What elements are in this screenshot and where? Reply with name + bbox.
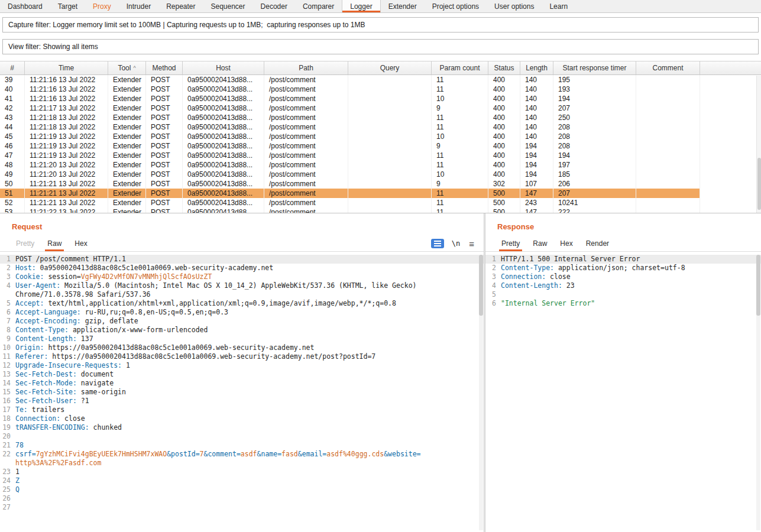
main-tab-dashboard[interactable]: Dashboard [0, 0, 50, 12]
cell-host: 0a9500020413d88... [183, 170, 264, 179]
cell-path: /post/comment [264, 160, 348, 170]
column-header-comment[interactable]: Comment [636, 61, 700, 74]
table-row[interactable]: 4411:21:18 13 Jul 2022ExtenderPOST0a9500… [0, 122, 700, 132]
cell-id: 51 [0, 189, 25, 198]
cell-time: 11:21:16 13 Jul 2022 [25, 85, 108, 94]
column-header-host[interactable]: Host [183, 61, 264, 74]
cell-start-response-timer: 195 [553, 75, 636, 85]
column-header-param-count[interactable]: Param count [432, 61, 488, 74]
cell-id: 52 [0, 198, 25, 207]
capture-filter-text: Capture filter: Logger memory limit set … [8, 21, 365, 29]
column-header-start-response-timer[interactable]: Start response timer [553, 61, 636, 74]
main-tab-user-options[interactable]: User options [487, 0, 542, 12]
line-number: 19 [0, 423, 15, 432]
cell-length: 194 [520, 160, 553, 170]
table-row[interactable]: 4211:21:17 13 Jul 2022ExtenderPOST0a9500… [0, 103, 700, 113]
request-scrollbar-thumb[interactable] [479, 255, 483, 316]
main-tab-proxy[interactable]: Proxy [85, 0, 119, 12]
table-row[interactable]: 5211:21:21 13 Jul 2022ExtenderPOST0a9500… [0, 198, 700, 207]
table-scrollbar[interactable] [756, 76, 761, 213]
cell-tool: Extender [108, 207, 146, 213]
main-tab-repeater[interactable]: Repeater [158, 0, 203, 12]
response-scrollbar[interactable] [756, 255, 760, 530]
cell-host: 0a9500020413d88... [183, 103, 264, 113]
request-line: 1POST /post/comment HTTP/1.1 [0, 255, 484, 264]
cell-param-count: 9 [432, 179, 488, 189]
table-row[interactable]: 4011:21:16 13 Jul 2022ExtenderPOST0a9500… [0, 85, 700, 94]
column-header-time[interactable]: Time [25, 61, 108, 74]
table-row[interactable]: 4311:21:18 13 Jul 2022ExtenderPOST0a9500… [0, 113, 700, 122]
table-row[interactable]: 4611:21:19 13 Jul 2022ExtenderPOST0a9500… [0, 141, 700, 151]
table-row[interactable]: 3911:21:16 13 Jul 2022ExtenderPOST0a9500… [0, 75, 700, 85]
table-row[interactable]: 5311:21:22 13 Jul 2022ExtenderPOST0a9500… [0, 207, 700, 213]
column-header-status[interactable]: Status [488, 61, 520, 74]
request-line-content: Host: 0a9500020413d88ac08c5c1e001a0069.w… [15, 264, 484, 273]
request-line-content: Connection: close [15, 414, 484, 423]
main-tab-project-options[interactable]: Project options [425, 0, 487, 12]
cell-tool: Extender [108, 198, 146, 207]
view-filter-bar[interactable]: View filter: Showing all items [2, 39, 759, 54]
cell-status: 400 [488, 160, 520, 170]
cell-param-count: 10 [432, 94, 488, 103]
main-tab-sequencer[interactable]: Sequencer [203, 0, 253, 12]
cell-tool: Extender [108, 160, 146, 170]
main-tab-comparer[interactable]: Comparer [295, 0, 342, 12]
request-line-content: Content-Type: application/x-www-form-url… [15, 326, 484, 335]
cell-query [348, 113, 432, 122]
cell-start-response-timer: 250 [553, 113, 636, 122]
newline-toggle-icon[interactable]: \n [452, 239, 460, 248]
response-editor[interactable]: 1HTTP/1.1 500 Internal Server Error2Cont… [485, 252, 761, 532]
table-row[interactable]: 4111:21:16 13 Jul 2022ExtenderPOST0a9500… [0, 94, 700, 103]
cell-status: 400 [488, 132, 520, 141]
request-line-content: csrf=7gYzhMCiFvi4gBEyUEEk7HmHSHM7xWAO&po… [15, 450, 484, 468]
table-row[interactable]: 4811:21:20 13 Jul 2022ExtenderPOST0a9500… [0, 160, 700, 170]
request-tab-raw[interactable]: Raw [41, 236, 68, 251]
request-tab-hex[interactable]: Hex [68, 236, 93, 251]
table-row[interactable]: 5111:21:21 13 Jul 2022ExtenderPOST0a9500… [0, 189, 700, 198]
line-number: 22 [0, 450, 15, 468]
cell-path: /post/comment [264, 207, 348, 213]
cell-host: 0a9500020413d88... [183, 189, 264, 198]
column-header-num[interactable]: # [0, 61, 25, 74]
cell-param-count: 11 [432, 207, 488, 213]
cell-tool: Extender [108, 85, 146, 94]
table-row[interactable]: 4911:21:20 13 Jul 2022ExtenderPOST0a9500… [0, 170, 700, 179]
response-scrollbar-thumb[interactable] [756, 255, 760, 316]
main-tab-decoder[interactable]: Decoder [253, 0, 295, 12]
cell-query [348, 103, 432, 113]
cell-time: 11:21:21 13 Jul 2022 [25, 198, 108, 207]
main-tab-logger[interactable]: Logger [342, 0, 380, 12]
table-row[interactable]: 4711:21:19 13 Jul 2022ExtenderPOST0a9500… [0, 151, 700, 160]
table-row[interactable]: 4511:21:19 13 Jul 2022ExtenderPOST0a9500… [0, 132, 700, 141]
column-header-path[interactable]: Path [264, 61, 348, 74]
editor-menu-icon[interactable]: ≡ [469, 239, 474, 249]
response-tab-hex[interactable]: Hex [553, 236, 579, 251]
main-tab-target[interactable]: Target [50, 0, 85, 12]
main-tab-intruder[interactable]: Intruder [119, 0, 158, 12]
capture-filter-bar[interactable]: Capture filter: Logger memory limit set … [2, 17, 759, 33]
cell-tool: Extender [108, 179, 146, 189]
cell-tool: Extender [108, 151, 146, 160]
response-tab-render[interactable]: Render [579, 236, 616, 251]
response-tab-pretty[interactable]: Pretty [495, 236, 526, 251]
main-tab-extender[interactable]: Extender [381, 0, 425, 12]
table-scrollbar-thumb[interactable] [757, 158, 761, 210]
response-tab-raw[interactable]: Raw [526, 236, 553, 251]
request-line-content: Sec-Fetch-Mode: navigate [15, 379, 484, 388]
request-scrollbar[interactable] [479, 255, 483, 530]
column-header-method[interactable]: Method [146, 61, 183, 74]
wrap-lines-icon[interactable] [431, 239, 444, 248]
cell-tool: Extender [108, 122, 146, 132]
response-panel: Response PrettyRawHexRender 1HTTP/1.1 50… [485, 213, 761, 532]
request-editor[interactable]: 1POST /post/comment HTTP/1.12Host: 0a950… [0, 252, 484, 532]
request-line: 19tRANSFER-ENCODING: chunked [0, 423, 484, 432]
main-tab-learn[interactable]: Learn [542, 0, 575, 12]
request-line: 8Content-Type: application/x-www-form-ur… [0, 326, 484, 335]
column-header-query[interactable]: Query [348, 61, 432, 74]
column-header-tool[interactable]: Tool^ [108, 61, 146, 74]
request-tab-pretty[interactable]: Pretty [9, 236, 41, 251]
log-table: #TimeTool^MethodHostPathQueryParam count… [0, 61, 761, 213]
table-row[interactable]: 5011:21:21 13 Jul 2022ExtenderPOST0a9500… [0, 179, 700, 189]
cell-id: 49 [0, 170, 25, 179]
column-header-length[interactable]: Length [520, 61, 553, 74]
